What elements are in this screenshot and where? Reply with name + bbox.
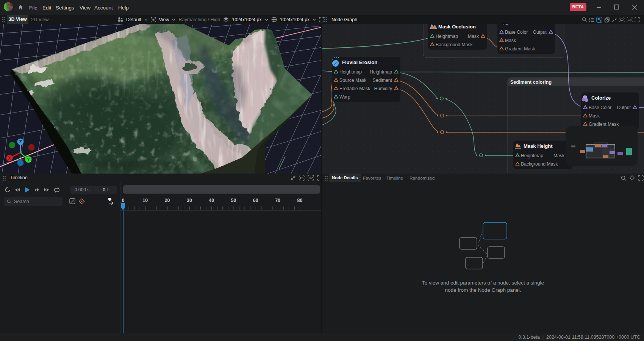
svg-text:Mask: Mask bbox=[589, 113, 600, 119]
svg-text:Warp: Warp bbox=[339, 94, 350, 100]
svg-text:Mask Occlusion: Mask Occlusion bbox=[438, 24, 476, 30]
svg-text:Output: Output bbox=[533, 30, 547, 35]
svg-text:Background Mask: Background Mask bbox=[436, 42, 473, 47]
svg-text:Heightmap: Heightmap bbox=[521, 153, 543, 158]
svg-text:Y: Y bbox=[27, 157, 30, 162]
svg-text:Heightmap: Heightmap bbox=[370, 69, 392, 75]
svg-text:100: 100 bbox=[308, 177, 313, 180]
svg-text:Gradient Mask: Gradient Mask bbox=[505, 46, 535, 52]
svg-text:Heightmap: Heightmap bbox=[339, 69, 362, 75]
svg-text:Output: Output bbox=[617, 105, 631, 110]
svg-text:100: 100 bbox=[627, 19, 632, 21]
svg-text:Gradient Mask: Gradient Mask bbox=[589, 122, 619, 127]
svg-text:Sediment: Sediment bbox=[373, 78, 392, 83]
svg-text:Mask Height: Mask Height bbox=[524, 143, 553, 149]
svg-text:Heightmap: Heightmap bbox=[436, 34, 458, 39]
svg-text:Mask: Mask bbox=[553, 153, 565, 158]
svg-text:Humidity: Humidity bbox=[374, 86, 392, 91]
svg-text:Z: Z bbox=[19, 139, 22, 144]
svg-text:Mask: Mask bbox=[505, 38, 516, 43]
svg-text:Background Mask: Background Mask bbox=[521, 161, 558, 167]
svg-text:Fluvial Erosion: Fluvial Erosion bbox=[342, 59, 377, 65]
svg-text:Source Mask: Source Mask bbox=[339, 78, 367, 83]
svg-text:X: X bbox=[8, 156, 11, 160]
svg-text:Erodable Mask: Erodable Mask bbox=[339, 86, 370, 91]
svg-text:Sediment coloring: Sediment coloring bbox=[510, 80, 552, 85]
svg-text:Base Color: Base Color bbox=[505, 30, 528, 35]
svg-text:Mask: Mask bbox=[468, 34, 479, 39]
svg-text:Colorize: Colorize bbox=[591, 95, 611, 101]
svg-text:Base Color: Base Color bbox=[589, 105, 611, 110]
